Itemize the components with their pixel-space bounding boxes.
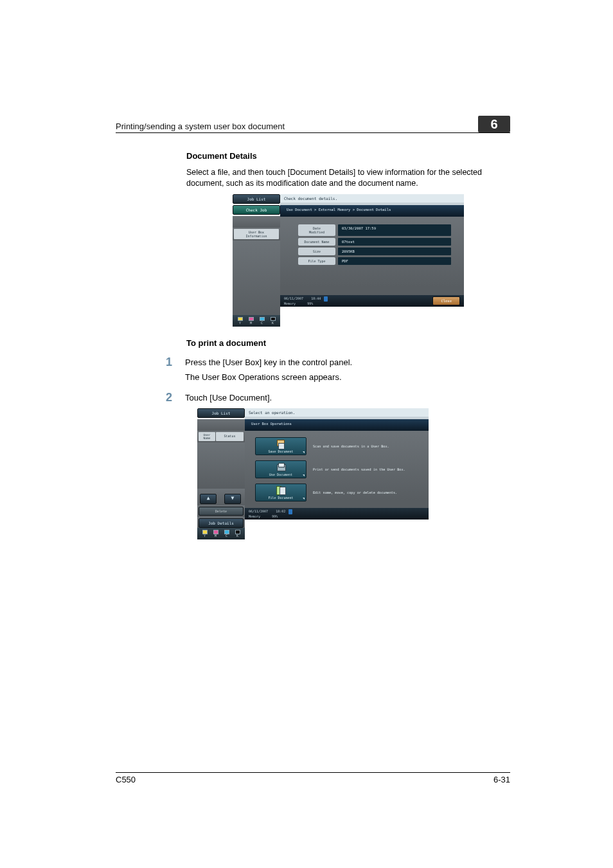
date-modified-label: Date Modified (298, 224, 335, 236)
size-value: 2095KB (338, 248, 451, 255)
toner-levels: Y M C K (197, 528, 245, 539)
job-details-button[interactable]: Job Details (199, 518, 244, 528)
scroll-up-button[interactable]: ▲ (200, 494, 217, 504)
use-document-button[interactable]: Use Document (255, 460, 306, 478)
save-document-desc: Scan and save documents in a User Box. (313, 444, 389, 448)
memory-label: Memory (249, 514, 260, 518)
breadcrumb: User Box Operations (245, 419, 429, 431)
status-bar: 06/11/2007 18:44 Memory 99% Close (280, 295, 464, 307)
section-to-print-title: To print a document (186, 338, 510, 348)
footer-page: 6-31 (493, 775, 510, 784)
job-list-button[interactable]: Job List (233, 194, 280, 204)
save-document-label: Save Document (258, 449, 303, 453)
section-document-details-title: Document Details (186, 151, 510, 161)
file-document-button[interactable]: File Document (255, 484, 306, 502)
user-box-information-tab[interactable]: User Box Information (234, 229, 279, 239)
step-number-1: 1 (166, 356, 185, 384)
close-button[interactable]: Close (432, 296, 460, 305)
step-1-result: The User Box Operations screen appears. (185, 372, 352, 384)
delete-button[interactable]: Delete (199, 507, 244, 516)
check-job-button[interactable]: Check Job (233, 205, 280, 215)
footer-model: C550 (116, 775, 136, 784)
status-date: 06/11/2007 (284, 296, 303, 300)
date-modified-value: 03/30/2007 17:59 (338, 224, 451, 236)
file-type-value: PDF (338, 257, 451, 265)
document-name-label: Document Name (298, 238, 335, 246)
chapter-badge: 6 (478, 116, 510, 132)
job-list-button[interactable]: Job List (197, 408, 245, 418)
screenshot-document-details: Job List Check Job User Box Information … (233, 194, 464, 327)
use-document-desc: Print or send documents saved in the Use… (313, 467, 405, 471)
status-time: 18:02 (276, 510, 285, 514)
size-label: Size (298, 248, 335, 255)
save-document-button[interactable]: Save Document (255, 437, 306, 455)
section-document-details-text: Select a file, and then touch [Document … (186, 167, 510, 189)
use-document-label: Use Document (258, 473, 303, 476)
step-1-text: Press the [User Box] key in the control … (185, 357, 352, 369)
page-header: Printing/sending a system user box docum… (116, 116, 510, 133)
file-icon (276, 486, 286, 495)
status-bar: 06/11/2007 18:02 Memory 99% (245, 508, 429, 520)
breadcrumb: Use Document > External Memory > Documen… (280, 205, 464, 217)
step-2-text: Touch [Use Document]. (185, 392, 272, 404)
memory-value: 99% (272, 514, 278, 518)
scan-icon (276, 440, 286, 449)
status-time: 18:44 (311, 296, 321, 300)
memory-icon (324, 296, 328, 302)
print-icon (276, 463, 286, 472)
file-type-label: File Type (298, 257, 335, 265)
status-header: Status (216, 432, 244, 441)
scroll-down-button[interactable]: ▼ (224, 494, 241, 504)
toner-levels: Y M C K (233, 315, 280, 327)
file-document-label: File Document (258, 496, 303, 500)
screenshot-user-box-operations: Job List User Name Status ▲ ▼ Delete (197, 408, 429, 539)
memory-value: 99% (307, 302, 313, 305)
memory-icon (289, 509, 292, 514)
message-bar: Select an operation. (245, 408, 429, 417)
status-date: 06/11/2007 (249, 510, 268, 514)
header-title: Printing/sending a system user box docum… (116, 122, 285, 131)
message-bar: Check document details. (280, 194, 464, 203)
memory-label: Memory (284, 302, 296, 305)
step-number-2: 2 (166, 391, 185, 404)
document-name-value: 07test (338, 238, 451, 246)
page-footer: C550 6-31 (116, 772, 510, 784)
user-name-header: User Name (199, 432, 215, 441)
file-document-desc: Edit name, move, copy or delete document… (313, 491, 397, 494)
